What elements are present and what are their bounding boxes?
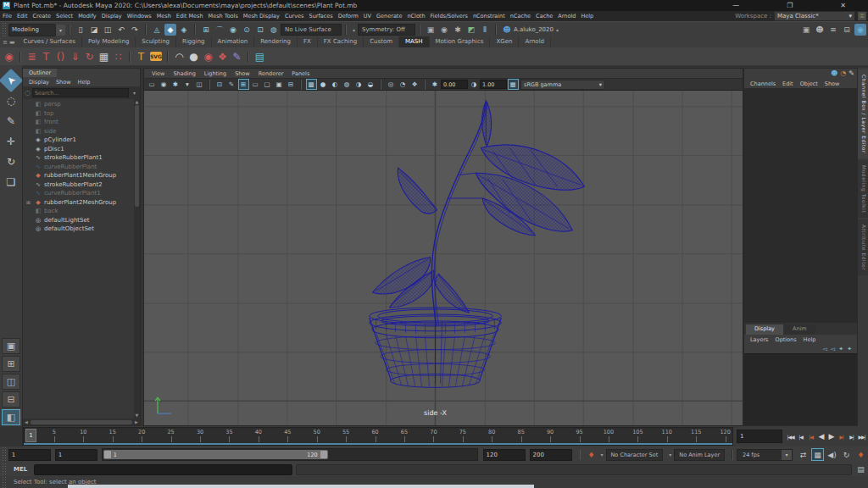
mash-grid-icon[interactable]: ▦ [97, 49, 111, 64]
range-grip[interactable] [2, 446, 6, 463]
mash-falloff-icon[interactable]: T [39, 49, 53, 64]
outliner-item-top[interactable]: ◧top [23, 109, 134, 119]
menu-curves[interactable]: Curves [282, 13, 307, 19]
range-end-handle[interactable] [320, 451, 327, 458]
lock-camera-icon[interactable]: ◉ [159, 79, 170, 90]
scroll-up-icon[interactable]: ▲ [134, 99, 140, 105]
attribute-editor-icon[interactable]: ≡ [827, 24, 839, 36]
outliner-menu-help[interactable]: Help [75, 79, 93, 86]
search-input[interactable] [32, 88, 129, 97]
range-slider-bar[interactable]: 1 120 [103, 450, 328, 459]
outliner-item-curveRubberPlant[interactable]: ∿curveRubberPlant [23, 163, 134, 172]
layers-visible-icon[interactable]: ◅ [822, 346, 826, 352]
save-scene-icon[interactable]: ◫ [102, 24, 114, 36]
wireframe-icon[interactable]: ▩ [306, 79, 317, 90]
use-default-material-icon[interactable]: ◍ [342, 79, 353, 90]
live-surface-field[interactable]: No Live Surface [281, 24, 342, 36]
play-backwards-button[interactable]: ◀ [816, 430, 826, 442]
minimize-button[interactable]: — [732, 2, 739, 9]
go-to-start-button[interactable]: |◀◀ [786, 430, 795, 442]
outliner-item-pDisc1[interactable]: ◈pDisc1 [23, 145, 134, 154]
anim-layer-arrow[interactable]: ▾ [669, 452, 671, 458]
play-forwards-button[interactable]: ▶ [826, 430, 836, 442]
outliner-item-strokeRubberPlant2[interactable]: ∿strokeRubberPlant2 [23, 180, 134, 190]
layout-single-pane-button[interactable]: ▣ [2, 338, 20, 354]
create-layer-from-selected-icon[interactable]: ✦ [847, 346, 852, 352]
step-back-key-button[interactable]: |◀ [806, 430, 815, 442]
user-account-dropdown[interactable]: ☻ A.aluko_2020 ▾ [500, 24, 561, 36]
shelf-tab-rendering[interactable]: Rendering [254, 36, 298, 47]
hypershade-icon[interactable]: ◩ [465, 24, 477, 36]
select-component-icon[interactable]: ◈ [178, 24, 190, 36]
select-object-icon[interactable]: ◆ [164, 24, 176, 36]
command-language-toggle[interactable]: MEL [8, 466, 34, 473]
menu-generate[interactable]: Generate [374, 13, 404, 19]
viewport-menu-shading[interactable]: Shading [169, 70, 199, 77]
mash-waiter-icon[interactable]: ≣ [25, 49, 39, 64]
current-frame-field[interactable] [737, 430, 782, 443]
textured-icon[interactable]: ◐ [330, 79, 341, 90]
paint-effects-icon[interactable]: ✎ [230, 49, 244, 64]
lasso-tool-button[interactable]: ◌ [3, 92, 19, 109]
menu-surfaces[interactable]: Surfaces [307, 13, 336, 19]
layer-menu-help[interactable]: Help [801, 336, 819, 343]
step-forward-key-button[interactable]: ▶| [837, 430, 846, 442]
scrollbar-thumb[interactable] [31, 420, 132, 424]
shelf-tab-fx[interactable]: FX [298, 36, 318, 47]
snap-point-icon[interactable]: ◉ [227, 24, 239, 36]
bullet-sphere-icon[interactable]: ● [186, 49, 201, 64]
scrollbar-thumb[interactable] [135, 105, 139, 207]
character-set-dropdown[interactable]: No Character Set [606, 449, 664, 461]
layer-tab-display[interactable]: Display [746, 324, 783, 335]
channel-box-menu-show[interactable]: Show [822, 80, 843, 87]
select-hierarchy-icon[interactable]: ◬ [151, 24, 163, 36]
mash-network-icon[interactable]: ◉ [2, 49, 16, 64]
step-back-frame-button[interactable]: |◀ [796, 430, 805, 442]
mash-placer-icon[interactable]: ⇓ [68, 49, 82, 64]
menu-fields-solvers[interactable]: Fields/Solvers [428, 13, 470, 19]
menu-cache[interactable]: Cache [533, 13, 555, 19]
scroll-left-icon[interactable]: ◀ [23, 419, 30, 424]
exposure-field[interactable] [441, 80, 468, 89]
render-view-icon[interactable]: ▣ [425, 24, 437, 36]
step-forward-frame-button[interactable]: ▶| [847, 430, 856, 442]
animation-start-field[interactable] [8, 449, 51, 461]
layout-four-pane-button[interactable]: ⊞ [2, 356, 20, 372]
outliner-item-side[interactable]: ◧side [23, 127, 134, 136]
menu-deform[interactable]: Deform [336, 13, 361, 19]
film-gate-icon[interactable]: ▭ [250, 79, 261, 90]
outliner-item-defaultLightSet[interactable]: ◎defaultLightSet [23, 216, 134, 225]
close-button[interactable]: ✕ [840, 2, 846, 9]
snap-curve-icon[interactable]: ⌒ [214, 24, 225, 36]
playback-end-field[interactable] [483, 449, 526, 461]
shelf-menu-icon[interactable]: ≡ [3, 39, 8, 46]
undo-icon[interactable]: ↶ [115, 24, 127, 36]
status-grip[interactable] [2, 22, 6, 37]
layout-two-pane-stacked-button[interactable]: ⊟ [2, 391, 20, 408]
shelf-tab-curves-surfaces[interactable]: Curves / Surfaces [18, 36, 82, 47]
manip-edit-icon[interactable]: ✎ [849, 69, 854, 79]
rotate-tool-button[interactable]: ↻ [3, 153, 19, 170]
mute-sound-icon[interactable]: ◀) [826, 448, 838, 461]
gate-mask-icon[interactable]: ▣ [274, 79, 285, 90]
create-empty-layer-icon[interactable]: ✦ [838, 346, 843, 352]
render-settings-icon[interactable]: ✱ [452, 24, 464, 36]
paint-select-tool-button[interactable]: ✎ [3, 113, 19, 130]
channel-box-body[interactable] [744, 89, 857, 323]
menu-windows[interactable]: Windows [125, 13, 154, 19]
shadows-icon[interactable]: ◒ [365, 79, 376, 90]
outliner-item-curveRubberPlant1[interactable]: ∿curveRubberPlant1 [23, 189, 134, 198]
bifrost-graph-icon[interactable]: ▤ [253, 49, 267, 64]
layer-menu-layers[interactable]: Layers [748, 336, 771, 343]
menu-edit[interactable]: Edit [14, 13, 31, 19]
shaded-icon[interactable]: ● [318, 79, 329, 90]
anim-layer-dropdown[interactable]: No Anim Layer [674, 449, 725, 461]
scale-tool-button[interactable]: ❏ [3, 174, 19, 191]
menu-nconstraint[interactable]: nConstraint [470, 13, 508, 19]
outliner-item-rubberPlant1MeshGroup[interactable]: ◆rubberPlant1MeshGroup [23, 171, 134, 180]
layer-editor-body[interactable] [744, 353, 857, 425]
mash-points-icon[interactable]: ∷ [111, 49, 125, 64]
grease-pencil-icon[interactable]: ✎ [226, 79, 237, 90]
tool-settings-icon[interactable]: ⊟ [841, 24, 853, 36]
outliner-item-persp[interactable]: ◧persp [23, 100, 134, 109]
